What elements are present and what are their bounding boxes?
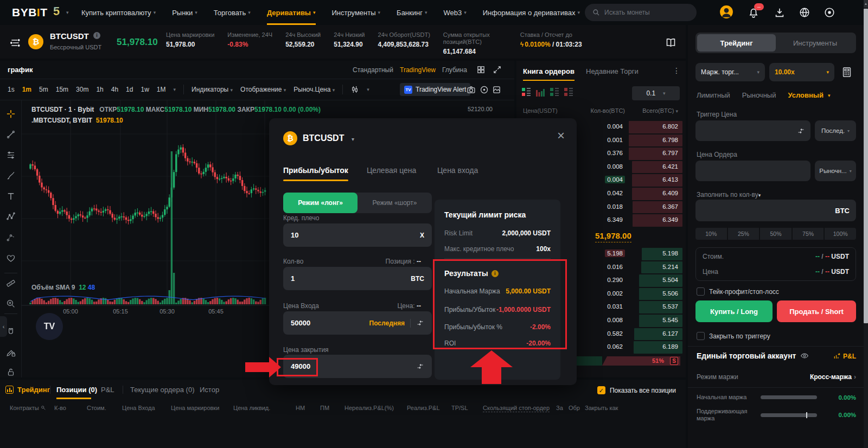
chevron-down-icon[interactable]: ▾ <box>173 87 176 92</box>
view-bids-icon[interactable] <box>550 88 559 97</box>
tab-pnl[interactable]: P&L <box>101 386 114 394</box>
sell-short-button[interactable]: Продать / Short <box>777 300 856 322</box>
order-price-input[interactable] <box>695 161 810 181</box>
view-mode-standard[interactable]: Стандартный <box>353 66 393 74</box>
timeframe-1M[interactable]: 1M <box>157 86 166 93</box>
screenshot-icon[interactable] <box>492 85 501 94</box>
price-grouping-select[interactable]: 0.1▾ <box>632 86 680 100</box>
entry-price-input[interactable]: 50000Последняя <box>283 311 432 335</box>
timeframe-4h[interactable]: 4h <box>111 86 118 93</box>
view-depth-icon[interactable] <box>536 88 545 97</box>
percent-100%[interactable]: 100% <box>825 228 856 240</box>
chart-menu-0[interactable]: Индикаторы ▾ <box>192 86 233 93</box>
tradingview-alert-button[interactable]: TVTradingView Alert <box>400 83 470 96</box>
brush-icon[interactable] <box>6 171 16 181</box>
tab-tools[interactable]: Инструменты <box>776 34 854 52</box>
settings-gear-icon[interactable] <box>824 7 835 18</box>
price-toggle-icon[interactable] <box>416 319 424 327</box>
show-all-positions-checkbox[interactable]: ✓Показать все позиции <box>597 386 676 394</box>
fullscreen-icon[interactable] <box>493 65 502 74</box>
timeframe-15m[interactable]: 15m <box>56 86 68 93</box>
pnl-link[interactable]: P&L <box>833 353 856 360</box>
ruler-icon[interactable] <box>6 278 16 288</box>
chevron-down-icon[interactable]: ▾ <box>367 87 369 92</box>
contracts-list-icon[interactable] <box>10 37 21 48</box>
text-tool-icon[interactable] <box>6 191 16 201</box>
avatar[interactable] <box>719 5 731 17</box>
search-input[interactable] <box>604 9 686 16</box>
timeframe-1d[interactable]: 1d <box>126 86 133 93</box>
tab-orderbook[interactable]: Книга ордеров <box>523 67 575 75</box>
magnet-icon[interactable] <box>6 327 16 337</box>
timeframe-30m[interactable]: 30m <box>76 86 88 93</box>
tab-recent-trades[interactable]: Недавние Торги <box>586 67 639 75</box>
anniversary-badge[interactable]: 5 <box>53 4 60 18</box>
quantity-input[interactable]: BTC <box>695 200 856 221</box>
trigger-source-select[interactable]: Послед.▾ <box>815 120 856 141</box>
trendline-icon[interactable] <box>6 130 16 139</box>
tp-sl-checkbox[interactable]: Тейк-профит/стоп-лосс <box>697 287 779 296</box>
order-price-type-select[interactable]: Рыночн...▾ <box>815 161 856 181</box>
close-on-trigger-checkbox[interactable]: Закрыть по триггеру <box>697 332 770 340</box>
leverage-input[interactable]: 10X <box>283 223 432 247</box>
bybit-logo[interactable]: BYBIT <box>12 6 48 19</box>
scrollbar-thumb[interactable] <box>864 9 868 323</box>
tab-positions[interactable]: Позиции (0) <box>56 386 97 394</box>
mid-price[interactable]: 51,978.00 <box>595 231 631 242</box>
order-type-conditional[interactable]: Условный <box>788 91 823 99</box>
modal-symbol-select[interactable]: BTCUSDT <box>303 133 344 143</box>
col-header-11[interactable]: Скользящий стоп-ордер <box>483 405 550 412</box>
col-total[interactable]: Всего(BTC) ▾ <box>642 107 678 114</box>
timeframe-5m[interactable]: 5m <box>39 86 48 93</box>
coin-search[interactable] <box>585 4 697 21</box>
orderbook-guide-icon[interactable] <box>665 37 676 48</box>
percent-25%[interactable]: 25% <box>728 228 760 240</box>
layout-grid-icon[interactable] <box>476 65 486 74</box>
lock-icon[interactable] <box>6 367 16 377</box>
tab-profit-loss[interactable]: Прибыль/убыток <box>283 166 348 175</box>
percent-10%[interactable]: 10% <box>695 228 727 240</box>
price-toggle-icon[interactable] <box>797 127 805 135</box>
nav-item-7[interactable]: Информация о деривативах▾ <box>483 0 580 25</box>
leverage-select[interactable]: 10.00x▾ <box>769 63 834 81</box>
camera-icon[interactable] <box>467 85 476 94</box>
language-globe-icon[interactable] <box>799 7 810 18</box>
nav-item-4[interactable]: Инструменты▾ <box>332 0 381 25</box>
eye-icon[interactable] <box>800 351 809 360</box>
symbol-name[interactable]: BTCUSDT <box>50 31 89 41</box>
margin-mode-select[interactable]: Марж. торг...▾ <box>695 63 765 81</box>
crosshair-icon[interactable] <box>6 109 16 119</box>
download-app-icon[interactable] <box>774 7 786 18</box>
price-alert-icon[interactable] <box>480 85 489 94</box>
timeframe-1m[interactable]: 1m <box>22 86 31 93</box>
timeframe-1w[interactable]: 1w <box>141 86 149 93</box>
checkbox-unchecked[interactable] <box>697 332 705 340</box>
price-toggle-icon[interactable] <box>416 362 424 370</box>
trigger-price-input[interactable] <box>695 120 810 141</box>
heart-icon[interactable] <box>6 253 16 263</box>
percent-50%[interactable]: 50% <box>760 228 792 240</box>
tab-target-price[interactable]: Целевая цена <box>367 166 416 175</box>
tab-trading[interactable]: Трейдинг <box>697 34 776 52</box>
bottom-tab-trading[interactable]: Трейдинг <box>17 386 50 394</box>
timeframe-1h[interactable]: 1h <box>96 86 103 93</box>
chart-menu-1[interactable]: Отображение ▾ <box>240 86 286 93</box>
timeframe-1s[interactable]: 1s <box>8 86 15 93</box>
order-type-market[interactable]: Рыночный <box>742 91 776 99</box>
view-asks-icon[interactable] <box>564 88 573 97</box>
qty-input[interactable]: 1BTC <box>283 267 432 290</box>
buy-long-button[interactable]: Купить / Long <box>695 300 773 322</box>
collapse-toolbar-handle[interactable]: ‹ <box>0 316 7 337</box>
scrollbar-up-button[interactable] <box>864 0 868 8</box>
chart-menu-2[interactable]: Рыноч.Цена ▾ <box>293 86 335 93</box>
tab-open-orders[interactable]: Текущие ордера (0) <box>130 386 195 394</box>
zoom-in-icon[interactable] <box>6 299 16 309</box>
edit-lock-icon[interactable] <box>6 348 16 357</box>
orderbook-menu-icon[interactable]: ⋮ <box>673 66 680 75</box>
nav-item-6[interactable]: Web3▾ <box>443 0 466 25</box>
tab-history[interactable]: Истор <box>200 386 219 394</box>
page-scrollbar[interactable] <box>864 0 868 448</box>
checkbox-unchecked[interactable] <box>697 287 705 296</box>
forecast-icon[interactable] <box>6 233 16 242</box>
calculator-icon[interactable] <box>841 66 853 78</box>
